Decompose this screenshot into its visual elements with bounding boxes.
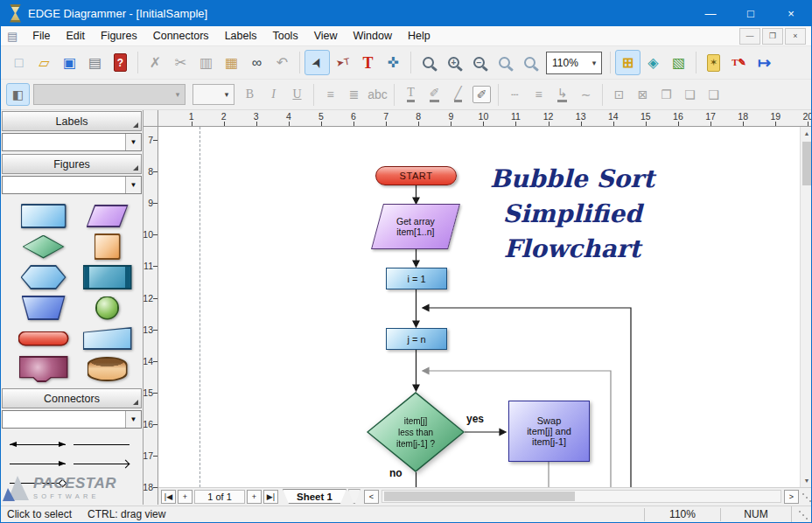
panel-toggle-button[interactable]: ◧: [6, 83, 30, 106]
close-button[interactable]: ×: [771, 0, 811, 26]
fill-color-button[interactable]: ✐: [423, 83, 446, 106]
connectors-section-header[interactable]: Connectors: [2, 388, 142, 408]
mdi-minimize-button[interactable]: —: [739, 28, 760, 45]
group-button[interactable]: ⊡: [607, 83, 631, 106]
bold-button[interactable]: B: [238, 83, 262, 106]
horizontal-scrollbar[interactable]: [382, 490, 781, 503]
figure-parallelogram[interactable]: [75, 203, 139, 229]
menu-labels[interactable]: Labels: [217, 26, 265, 45]
edge-label-no[interactable]: no: [389, 467, 402, 479]
figure-card[interactable]: [75, 325, 139, 352]
ungroup-button[interactable]: ⊠: [631, 83, 654, 106]
dash-style-button[interactable]: ┄: [503, 83, 527, 106]
scroll-down-icon[interactable]: ▼: [801, 474, 812, 487]
bring-forward-button[interactable]: ❐: [654, 83, 678, 106]
italic-button[interactable]: I: [262, 83, 285, 106]
save-button[interactable]: ▣: [57, 50, 82, 75]
zoom-out-button[interactable]: −: [466, 50, 492, 75]
flowchart-decision-node[interactable]: item[j] less than item[j-1] ?: [367, 392, 465, 472]
add-page-before-button[interactable]: +: [178, 490, 192, 504]
menu-connectors[interactable]: Connectors: [145, 26, 217, 45]
dropdown-arrow-icon[interactable]: ▼: [125, 411, 141, 428]
maximize-button[interactable]: □: [731, 0, 771, 26]
find-button[interactable]: ∞: [244, 50, 270, 75]
scroll-right-button[interactable]: >: [784, 490, 799, 504]
zoom-selection-button[interactable]: [517, 50, 542, 75]
diagram-title-text[interactable]: Bubble Sort Simplified Flowchart: [480, 162, 664, 267]
window-resize-grip[interactable]: [791, 506, 811, 523]
select-text-tool-button[interactable]: ➤T: [330, 50, 355, 75]
dropdown-arrow-icon[interactable]: ▼: [125, 177, 141, 193]
figures-style-dropdown[interactable]: ▼: [2, 176, 142, 194]
sheet-tab[interactable]: Sheet 1: [283, 489, 346, 504]
vertical-scrollbar-thumb[interactable]: [802, 142, 811, 185]
zoom-level-combo[interactable]: 110% ▾: [546, 52, 602, 74]
minimize-button[interactable]: —: [690, 0, 731, 26]
menu-figures[interactable]: Figures: [93, 26, 145, 45]
curve-style-button[interactable]: ∼: [574, 83, 598, 106]
menu-edit[interactable]: Edit: [58, 26, 93, 45]
help-button[interactable]: ?: [108, 50, 133, 75]
first-page-button[interactable]: |◀: [161, 490, 176, 504]
connector-plain-line[interactable]: [74, 438, 137, 451]
grid-toggle-button[interactable]: ⊞: [615, 50, 640, 75]
format-painter-button[interactable]: ✐: [470, 83, 494, 106]
align-justify-button[interactable]: ≣: [342, 83, 366, 106]
figure-square[interactable]: [75, 234, 139, 260]
touch-select-tool-button[interactable]: ✜: [381, 50, 406, 75]
figure-document[interactable]: [11, 356, 75, 382]
paste-button[interactable]: ▦: [219, 50, 244, 75]
vertical-scrollbar[interactable]: ▲ ▼: [800, 127, 812, 487]
flowchart-init-j-node[interactable]: j = n: [386, 328, 447, 350]
zoom-page-button[interactable]: [492, 50, 517, 75]
underline-button[interactable]: U: [285, 83, 309, 106]
insert-picture-button[interactable]: ▧: [666, 50, 691, 75]
text-tool-button[interactable]: T: [355, 50, 381, 75]
new-button[interactable]: □: [6, 50, 32, 75]
new-sheet-tab[interactable]: [348, 489, 360, 504]
flowchart-input-node[interactable]: Get array item[1..n]: [371, 204, 460, 249]
horizontal-scrollbar-thumb[interactable]: [384, 492, 575, 501]
connectors-style-dropdown[interactable]: ▼: [2, 410, 142, 429]
mdi-close-button[interactable]: ×: [785, 28, 806, 45]
connector-style-button[interactable]: ↦: [752, 50, 777, 75]
connector-lines[interactable]: [158, 127, 800, 487]
dropdown-arrow-icon[interactable]: ▼: [125, 134, 141, 150]
figure-diamond[interactable]: [11, 234, 75, 260]
flowchart-start-node[interactable]: START: [375, 166, 457, 185]
text-style-button[interactable]: T✎: [726, 50, 752, 75]
connector-solid-arrow[interactable]: [10, 457, 74, 471]
line-weight-button[interactable]: ≡: [527, 83, 550, 106]
zoom-tool-button[interactable]: [416, 50, 441, 75]
figure-rectangle[interactable]: [11, 203, 75, 229]
flowchart-init-i-node[interactable]: i = 1: [386, 268, 447, 289]
last-page-button[interactable]: ▶|: [263, 490, 278, 504]
open-button[interactable]: ▱: [32, 50, 57, 75]
figure-sphere[interactable]: [75, 295, 139, 321]
figure-framed-rectangle[interactable]: [75, 264, 139, 290]
delete-button[interactable]: ✗: [143, 50, 168, 75]
menu-tools[interactable]: Tools: [264, 26, 305, 45]
arrange-button[interactable]: ❑: [702, 83, 725, 106]
connector-thin-arrow[interactable]: [74, 457, 137, 471]
zoom-in-button[interactable]: +: [441, 50, 466, 75]
menu-file[interactable]: File: [24, 26, 58, 45]
connector-type-button[interactable]: ↳: [550, 83, 574, 106]
menu-view[interactable]: View: [306, 26, 346, 45]
connector-double-arrow[interactable]: [10, 438, 74, 451]
edge-label-yes[interactable]: yes: [466, 413, 484, 425]
line-color-button[interactable]: ╱: [446, 83, 470, 106]
menu-window[interactable]: Window: [346, 26, 400, 45]
options-button[interactable]: ✶: [701, 50, 726, 75]
labels-style-dropdown[interactable]: ▼: [2, 133, 142, 151]
figure-trapezoid[interactable]: [11, 295, 75, 321]
insert-figure-button[interactable]: ◈: [640, 50, 666, 75]
undo-button[interactable]: ↶: [270, 50, 295, 75]
text-color-button[interactable]: T: [399, 83, 423, 106]
figure-terminator[interactable]: [11, 325, 75, 352]
menu-help[interactable]: Help: [400, 26, 438, 45]
select-tool-button[interactable]: ➤: [304, 50, 330, 75]
cut-button[interactable]: ✂: [168, 50, 193, 75]
print-button[interactable]: ▤: [82, 50, 108, 75]
send-backward-button[interactable]: ❏: [678, 83, 702, 106]
